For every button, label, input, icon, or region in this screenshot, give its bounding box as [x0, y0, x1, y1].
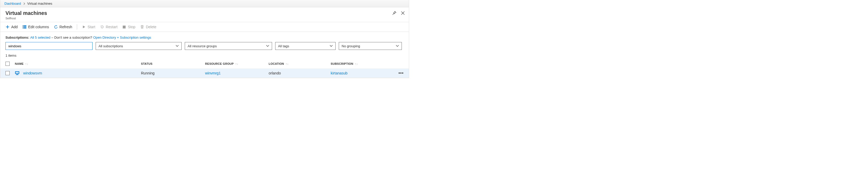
svg-rect-0 — [23, 25, 24, 26]
subscriptions-info: Subscriptions: All 5 selected – Don't se… — [0, 32, 409, 42]
page-subtitle: Selfhost — [5, 17, 47, 20]
subscriptions-dropdown-label: All subscriptions — [98, 44, 123, 48]
svg-rect-2 — [23, 27, 24, 27]
restart-label: Restart — [106, 25, 118, 29]
svg-rect-3 — [24, 27, 26, 27]
refresh-label: Refresh — [59, 25, 72, 29]
tags-dropdown[interactable]: All tags — [275, 42, 336, 50]
edit-columns-button[interactable]: Edit columns — [23, 25, 49, 29]
chevron-down-icon — [396, 45, 399, 47]
row-resource-group-link[interactable]: winvmrg1 — [205, 71, 221, 75]
trash-icon — [140, 25, 144, 29]
vm-blade: Dashboard Virtual machines Virtual machi… — [0, 0, 409, 78]
svg-rect-10 — [16, 75, 19, 75]
open-directory-link[interactable]: Open Directory + Subscription settings — [93, 35, 151, 40]
col-rg-label: RESOURCE GROUP — [205, 62, 234, 65]
stop-label: Stop — [128, 25, 135, 29]
chevron-down-icon — [330, 45, 333, 47]
col-name-label: NAME — [15, 62, 24, 65]
resource-groups-dropdown[interactable]: All resource groups — [185, 42, 272, 50]
grouping-dropdown[interactable]: No grouping — [339, 42, 402, 50]
plus-icon — [5, 25, 10, 29]
refresh-icon — [54, 25, 58, 29]
restart-button: Restart — [100, 25, 118, 29]
grouping-dropdown-label: No grouping — [342, 44, 360, 48]
columns-icon — [23, 25, 27, 29]
delete-label: Delete — [146, 25, 156, 29]
subscriptions-selected-link[interactable]: All 5 selected — [30, 35, 50, 40]
sort-icon: ↑↓ — [286, 62, 289, 65]
row-name-link[interactable]: windowsvm — [23, 71, 42, 75]
svg-rect-9 — [17, 74, 18, 75]
close-icon[interactable] — [401, 11, 405, 15]
row-subscription-link[interactable]: kirtanasub — [331, 71, 348, 75]
column-header-status[interactable]: STATUS — [141, 62, 205, 65]
delete-button: Delete — [140, 25, 156, 29]
blade-header: Virtual machines Selfhost — [0, 7, 409, 22]
column-header-name[interactable]: NAME ↑↓ — [15, 62, 141, 65]
sort-icon: ↑↓ — [25, 62, 28, 65]
svg-rect-6 — [123, 26, 126, 28]
row-status: Running — [141, 71, 205, 75]
stop-icon — [122, 25, 126, 29]
breadcrumb-current: Virtual machines — [27, 2, 52, 5]
filter-bar: All subscriptions All resource groups Al… — [0, 42, 409, 53]
stop-button: Stop — [122, 25, 135, 29]
table-header: NAME ↑↓ STATUS RESOURCE GROUP ↑↓ LOCATIO… — [0, 59, 409, 69]
col-status-label: STATUS — [141, 62, 152, 65]
column-header-resource-group[interactable]: RESOURCE GROUP ↑↓ — [205, 62, 269, 65]
search-input[interactable] — [5, 42, 93, 50]
breadcrumb-root[interactable]: Dashboard — [4, 2, 21, 5]
column-header-location[interactable]: LOCATION ↑↓ — [269, 62, 331, 65]
col-sub-label: SUBSCRIPTION — [331, 62, 353, 65]
chevron-down-icon — [176, 45, 179, 47]
col-loc-label: LOCATION — [269, 62, 284, 65]
header-left: Virtual machines Selfhost — [5, 10, 47, 20]
chevron-right-icon — [23, 3, 25, 5]
column-header-subscription[interactable]: SUBSCRIPTION ↑↓ — [331, 62, 393, 65]
tags-dropdown-label: All tags — [278, 44, 289, 48]
edit-columns-label: Edit columns — [28, 25, 49, 29]
row-checkbox[interactable] — [5, 71, 10, 75]
breadcrumb: Dashboard Virtual machines — [0, 0, 409, 7]
resource-groups-dropdown-label: All resource groups — [188, 44, 217, 48]
refresh-button[interactable]: Refresh — [54, 25, 72, 29]
chevron-down-icon — [266, 45, 269, 47]
start-label: Start — [88, 25, 95, 29]
start-button: Start — [82, 25, 95, 29]
header-actions — [392, 10, 405, 15]
vm-icon — [15, 71, 20, 75]
row-location: orlando — [269, 71, 331, 75]
sort-icon: ↑↓ — [355, 62, 358, 65]
restart-icon — [100, 25, 104, 29]
subscriptions-dropdown[interactable]: All subscriptions — [96, 42, 182, 50]
svg-rect-5 — [24, 28, 26, 28]
command-bar: Add Edit columns Refresh Start — [0, 22, 409, 32]
svg-rect-1 — [24, 25, 26, 26]
subscriptions-label: Subscriptions: — [5, 35, 29, 40]
select-all-checkbox[interactable] — [5, 61, 10, 66]
pin-icon[interactable] — [392, 11, 396, 15]
add-label: Add — [11, 25, 18, 29]
table-row[interactable]: windowsvm Running winvmrg1 orlando kirta… — [0, 69, 409, 78]
play-icon — [82, 25, 86, 29]
items-count: 1 items — [0, 53, 409, 59]
subscriptions-mid-text: – Don't see a subscription? — [51, 35, 92, 40]
page-title: Virtual machines — [5, 10, 47, 16]
add-button[interactable]: Add — [5, 25, 18, 29]
sort-icon: ↑↓ — [235, 62, 239, 65]
toolbar-divider — [77, 24, 77, 29]
row-more-icon[interactable]: ••• — [398, 71, 404, 75]
svg-rect-4 — [23, 28, 24, 28]
svg-rect-8 — [16, 72, 19, 73]
